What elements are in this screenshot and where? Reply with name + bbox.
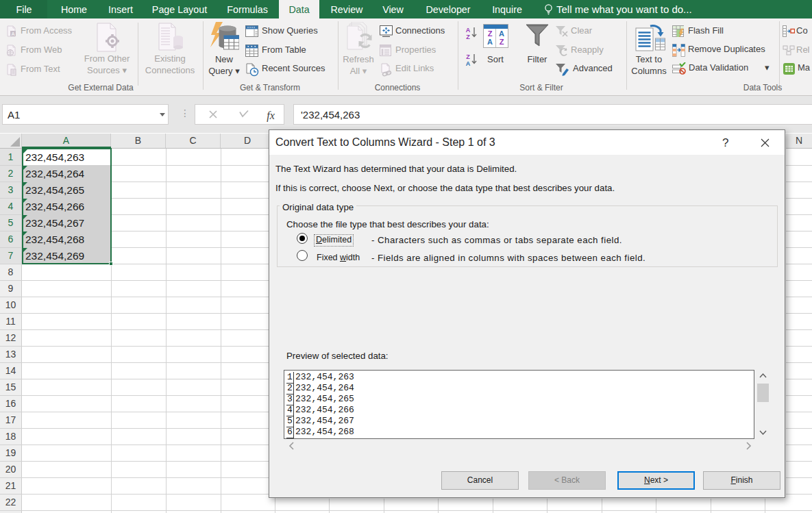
svg-text:Z: Z: [488, 29, 493, 38]
svg-text:A: A: [12, 32, 15, 36]
svg-text:fx: fx: [267, 110, 275, 122]
svg-text:Z: Z: [500, 38, 504, 46]
svg-text:A: A: [499, 29, 504, 38]
svg-text:Z: Z: [466, 34, 470, 40]
svg-text:A: A: [487, 38, 493, 46]
svg-text:A: A: [466, 27, 471, 34]
